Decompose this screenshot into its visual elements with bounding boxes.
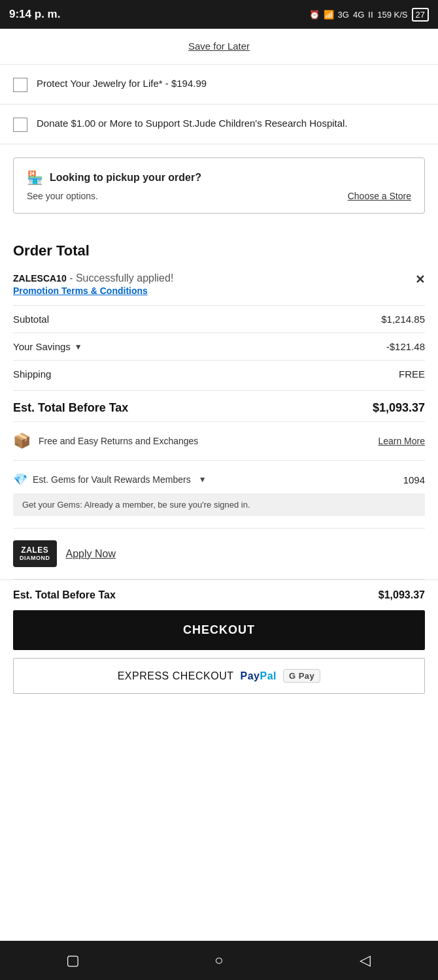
jewelry-protection-checkbox[interactable]	[13, 78, 27, 92]
subtotal-label: Subtotal	[13, 314, 49, 325]
pickup-title: 🏪 Looking to pickup your order?	[27, 170, 411, 186]
nav-circle-button[interactable]: ○	[203, 944, 235, 977]
gems-left: 💎 Est. Gems for Vault Rewards Members ▼	[13, 472, 207, 487]
shipping-value: FREE	[399, 368, 425, 380]
promo-code-status: ZALESCA10 - Successfully applied!	[13, 272, 173, 284]
zales-apply-wrapper: ZALES DIAMOND Apply Now	[0, 529, 438, 580]
gpay-icon: G Pay	[283, 669, 320, 683]
donation-label: Donate $1.00 or More to Support St.Jude …	[37, 116, 348, 130]
promo-code-text: ZALESCA10	[13, 273, 67, 284]
gems-chevron-icon[interactable]: ▼	[199, 475, 207, 484]
zales-logo-subtext: DIAMOND	[20, 555, 50, 562]
bottom-est-label: Est. Total Before Tax	[13, 589, 116, 601]
alarm-icon: ⏰	[309, 10, 320, 20]
promo-terms-link[interactable]: Promotion Terms & Conditions	[13, 286, 173, 296]
signal-bars-icon: ⅠⅠ	[368, 10, 373, 20]
returns-row: 📦 Free and Easy Returns and Exchanges Le…	[13, 421, 425, 461]
donation-row: Donate $1.00 or More to Support St.Jude …	[0, 105, 438, 144]
gems-value: 1094	[403, 474, 425, 485]
nav-bar: ▢ ○ ◁	[0, 941, 438, 980]
gems-note: Get your Gems: Already a member, be sure…	[13, 493, 425, 516]
save-for-later-section: Save for Later	[0, 29, 438, 65]
express-checkout-button[interactable]: EXPRESS CHECKOUT PayPal G Pay	[13, 658, 425, 694]
checkout-button[interactable]: CHECKOUT	[13, 610, 425, 650]
order-total-title: Order Total	[13, 242, 425, 259]
promo-success-text: - Successfully applied!	[69, 272, 173, 284]
jewelry-protection-row: Protect Your Jewelry for Life* - $194.99	[0, 65, 438, 105]
status-time: 9:14 p. m.	[9, 8, 60, 21]
returns-left: 📦 Free and Easy Returns and Exchanges	[13, 433, 198, 449]
promo-close-button[interactable]: ✕	[415, 272, 425, 287]
est-total-row: Est. Total Before Tax $1,093.37	[13, 390, 425, 421]
shipping-row: Shipping FREE	[13, 360, 425, 387]
learn-more-link[interactable]: Learn More	[378, 436, 425, 446]
bottom-section: Est. Total Before Tax $1,093.37 CHECKOUT…	[0, 580, 438, 700]
savings-chevron-icon[interactable]: ▼	[75, 342, 82, 351]
express-checkout-label: EXPRESS CHECKOUT	[118, 670, 234, 682]
pickup-box: 🏪 Looking to pickup your order? See your…	[13, 157, 425, 214]
battery-icon: 27	[412, 8, 429, 22]
pickup-subtitle-row: See your options. Choose a Store	[27, 191, 411, 201]
promo-code-info: ZALESCA10 - Successfully applied! Promot…	[13, 272, 173, 296]
gems-section: 💎 Est. Gems for Vault Rewards Members ▼ …	[13, 461, 425, 529]
pickup-subtitle-text: See your options.	[27, 191, 98, 201]
signal-3g-icon: 3G	[338, 10, 349, 20]
choose-store-link[interactable]: Choose a Store	[348, 191, 411, 201]
savings-label: Your Savings ▼	[13, 341, 82, 352]
savings-row: Your Savings ▼ -$121.48	[13, 333, 425, 360]
est-total-value: $1,093.37	[373, 401, 425, 415]
save-for-later-link[interactable]: Save for Later	[188, 41, 250, 52]
bottom-est-value: $1,093.37	[379, 589, 425, 601]
shipping-label: Shipping	[13, 368, 51, 380]
zales-logo-text: ZALES	[20, 546, 50, 555]
store-icon: 🏪	[27, 170, 43, 186]
promo-code-row: ZALESCA10 - Successfully applied! Promot…	[13, 272, 425, 296]
status-bar: 9:14 p. m. ⏰ 📶 3G 4G ⅠⅠ 159 K/S 27	[0, 0, 438, 29]
gems-label: Est. Gems for Vault Rewards Members	[33, 474, 191, 485]
bottom-est-total-row: Est. Total Before Tax $1,093.37	[13, 589, 425, 601]
gems-row: 💎 Est. Gems for Vault Rewards Members ▼ …	[13, 472, 425, 487]
main-content: Save for Later Protect Your Jewelry for …	[0, 29, 438, 941]
gems-icon: 💎	[13, 472, 27, 487]
subtotal-row: Subtotal $1,214.85	[13, 305, 425, 333]
nav-back-button[interactable]: ◁	[348, 944, 381, 977]
donation-checkbox[interactable]	[13, 118, 27, 132]
jewelry-protection-label: Protect Your Jewelry for Life* - $194.99	[37, 76, 207, 90]
subtotal-value: $1,214.85	[381, 314, 425, 325]
returns-icon: 📦	[13, 433, 31, 449]
paypal-icon: PayPal	[240, 670, 276, 682]
pickup-title-text: Looking to pickup your order?	[50, 172, 201, 184]
nav-square-button[interactable]: ▢	[57, 944, 90, 977]
signal-4g-icon: 4G	[353, 10, 364, 20]
order-total-inner: ZALESCA10 - Successfully applied! Promot…	[13, 272, 425, 461]
savings-label-text: Your Savings	[13, 341, 71, 352]
wifi-icon: 📶	[324, 10, 334, 20]
savings-value: -$121.48	[386, 341, 425, 352]
zales-apply-section: ZALES DIAMOND Apply Now	[13, 529, 425, 580]
status-icons: ⏰ 📶 3G 4G ⅠⅠ 159 K/S 27	[309, 8, 429, 22]
gems-wrapper: 💎 Est. Gems for Vault Rewards Members ▼ …	[0, 461, 438, 529]
returns-text: Free and Easy Returns and Exchanges	[39, 436, 198, 446]
est-total-label: Est. Total Before Tax	[13, 401, 128, 415]
apply-now-link[interactable]: Apply Now	[66, 548, 116, 560]
speed-icon: 159 K/S	[377, 10, 407, 20]
zales-logo: ZALES DIAMOND	[13, 540, 57, 567]
order-total-section: Order Total ZALESCA10 - Successfully app…	[0, 227, 438, 461]
